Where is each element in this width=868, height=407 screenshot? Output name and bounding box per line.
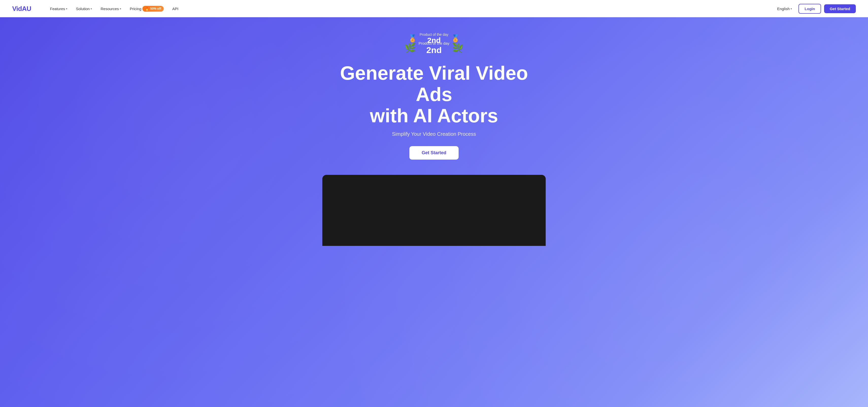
chevron-down-icon: ▾ <box>790 7 792 10</box>
laurel-wreath-row: 🌿 Product of the day 2nd 🌿 <box>405 41 463 55</box>
chevron-down-icon: ▾ <box>66 7 67 10</box>
navbar: VidAU Features ▾ Solution ▾ Resources ▾ … <box>0 0 868 17</box>
badge-rank: 2nd <box>418 45 450 55</box>
login-button[interactable]: Login <box>799 4 821 14</box>
laurel-right-large-icon: 🌿 <box>452 43 463 53</box>
laurel-right-icon: 🏅 <box>451 34 460 43</box>
hero-section: 🏅 Product of the day 2nd 🏅 🌿 Product of … <box>0 0 868 407</box>
chevron-down-icon: ▾ <box>120 7 121 10</box>
chevron-down-icon: ▾ <box>91 7 92 10</box>
get-started-hero-button[interactable]: Get Started <box>409 146 458 160</box>
nav-features[interactable]: Features ▾ <box>46 5 71 13</box>
hero-content: 🏅 Product of the day 2nd 🏅 🌿 Product of … <box>320 32 548 246</box>
brand-logo[interactable]: VidAU <box>12 5 31 13</box>
hero-device-mockup <box>322 175 546 246</box>
nav-right: English ▾ Login Get Started <box>774 4 856 14</box>
hero-title: Generate Viral Video Ads with AI Actors <box>320 62 548 126</box>
nav-pricing[interactable]: Pricing 🔥 50% off <box>126 4 167 14</box>
get-started-nav-button[interactable]: Get Started <box>824 4 856 13</box>
hero-device-screen <box>322 175 546 246</box>
nav-solution[interactable]: Solution ▾ <box>72 5 95 13</box>
nav-language[interactable]: English ▾ <box>774 5 796 13</box>
hero-subtitle: Simplify Your Video Creation Process <box>392 131 476 137</box>
product-day-label: Product of the day <box>420 32 448 36</box>
nav-resources[interactable]: Resources ▾ <box>97 5 125 13</box>
laurel-left-large-icon: 🌿 <box>405 43 416 53</box>
nav-links: Features ▾ Solution ▾ Resources ▾ Pricin… <box>46 4 774 14</box>
fire-icon: 🔥 <box>145 7 149 11</box>
badge-product-label: Product of the day <box>418 41 450 45</box>
nav-api[interactable]: API <box>169 5 182 13</box>
laurel-left-icon: 🏅 <box>408 34 417 43</box>
pricing-discount-badge: 🔥 50% off <box>143 6 164 12</box>
